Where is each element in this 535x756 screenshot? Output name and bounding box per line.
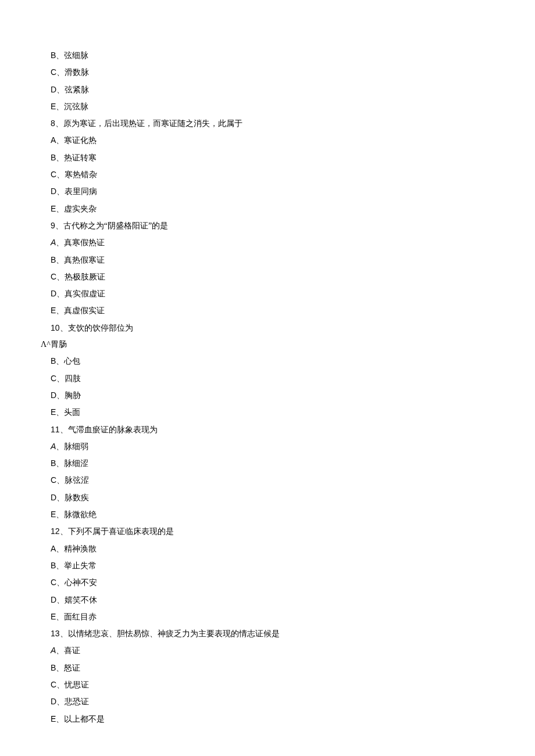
- text-line: C、四肢: [51, 374, 535, 383]
- line-separator: 、: [56, 374, 65, 383]
- line-separator: 、: [56, 459, 64, 468]
- line-prefix: E: [51, 204, 56, 213]
- line-text: 头面: [64, 408, 80, 417]
- line-prefix: B: [51, 561, 56, 570]
- text-line: B、热证转寒: [51, 153, 535, 162]
- line-prefix: C: [51, 680, 56, 689]
- line-separator: 、: [56, 680, 65, 689]
- line-prefix: B: [51, 153, 56, 162]
- line-separator: 、: [56, 715, 64, 723]
- line-text: 脉细涩: [64, 459, 88, 468]
- line-separator: 、: [60, 425, 68, 434]
- line-prefix: 13: [51, 629, 60, 638]
- line-prefix: C: [51, 578, 56, 587]
- line-prefix: C: [51, 475, 56, 485]
- text-line: 13、以情绪悲哀、胆怯易惊、神疲乏力为主要表现的情志证候是: [51, 629, 535, 638]
- line-text: 喜证: [64, 646, 80, 655]
- line-separator: 、: [56, 408, 64, 417]
- text-line: D、嬉笑不休: [51, 596, 535, 604]
- line-text: 悲恐证: [65, 697, 89, 706]
- text-line: A、寒证化热: [51, 136, 535, 145]
- line-separator: 、: [56, 136, 64, 145]
- text-line: D、悲恐证: [51, 697, 535, 706]
- line-text: 真热假寒证: [64, 256, 105, 264]
- text-line: A、脉细弱: [51, 442, 535, 451]
- line-text: 怒证: [64, 664, 80, 672]
- line-text: 脉数疾: [65, 493, 89, 502]
- line-prefix: B: [51, 51, 56, 60]
- line-prefix: A: [51, 135, 56, 145]
- text-line: A、真寒假热证: [51, 238, 535, 247]
- text-line: E、真虚假实证: [51, 306, 535, 315]
- text-line: 8、原为寒证，后出现热证，而寒证随之消失，此属于: [51, 119, 535, 128]
- line-separator: 、: [56, 68, 65, 77]
- line-separator: 、: [56, 561, 64, 570]
- line-text: 四肢: [65, 374, 81, 383]
- line-text: 胸胁: [65, 391, 81, 400]
- line-text: 举止失常: [64, 561, 97, 570]
- line-prefix: 10: [51, 323, 60, 332]
- line-text: 胃肠: [51, 340, 67, 349]
- line-prefix: 12: [51, 526, 60, 536]
- line-text: 真虚假实证: [64, 306, 105, 315]
- line-prefix: C: [51, 67, 56, 77]
- line-prefix: C: [51, 170, 56, 179]
- text-line: E、虚实夹杂: [51, 205, 535, 213]
- line-separator: 、: [56, 612, 64, 621]
- text-line: D、脉数疾: [51, 493, 535, 502]
- line-prefix: E: [51, 407, 56, 417]
- text-line: C、脉弦涩: [51, 476, 535, 485]
- line-prefix: D: [51, 493, 56, 502]
- text-line: C、寒热错杂: [51, 170, 535, 179]
- line-separator: 、: [56, 187, 65, 196]
- line-text: 以情绪悲哀、胆怯易惊、神疲乏力为主要表现的情志证候是: [68, 629, 280, 638]
- text-line: D、弦紧脉: [51, 85, 535, 94]
- line-separator: 、: [56, 256, 64, 264]
- line-prefix: B: [51, 663, 56, 672]
- line-prefix: D: [51, 697, 56, 706]
- line-prefix: B: [51, 255, 56, 264]
- text-line: E、头面: [51, 408, 535, 417]
- line-text: 弦紧脉: [65, 85, 89, 94]
- line-separator: 、: [56, 205, 64, 213]
- text-line: B、举止失常: [51, 561, 535, 570]
- line-text: 真寒假热证: [64, 238, 105, 247]
- line-prefix: E: [51, 510, 56, 519]
- text-line: B、脉细涩: [51, 459, 535, 468]
- line-separator: 、: [56, 664, 64, 672]
- text-line: C、心神不安: [51, 578, 535, 587]
- line-separator: 、: [56, 357, 64, 366]
- line-separator: 、: [56, 153, 64, 162]
- text-line: C、滑数脉: [51, 68, 535, 77]
- line-separator: 、: [56, 289, 65, 298]
- line-separator: 、: [55, 119, 63, 128]
- line-prefix: A: [51, 442, 56, 451]
- text-line: 9、古代称之为“阴盛格阳证”的是: [51, 221, 535, 230]
- line-separator: 、: [56, 646, 64, 655]
- line-text: 精神涣散: [64, 544, 97, 553]
- line-separator: 、: [56, 510, 64, 519]
- line-prefix: B: [51, 458, 56, 468]
- text-line: A、精神涣散: [51, 544, 535, 553]
- line-prefix: E: [51, 102, 56, 111]
- line-text: 气滞血瘀证的脉象表现为: [68, 425, 158, 434]
- line-text: 沉弦脉: [64, 102, 88, 111]
- line-separator: 、: [56, 544, 64, 553]
- line-prefix: D: [51, 85, 56, 94]
- line-prefix: D: [51, 187, 56, 196]
- line-text: 心神不安: [65, 578, 97, 587]
- line-prefix: E: [51, 306, 56, 315]
- line-separator: 、: [56, 697, 65, 706]
- text-line: D、胸胁: [51, 391, 535, 400]
- text-line: Λ^胃肠: [41, 341, 535, 349]
- line-prefix: E: [51, 612, 56, 621]
- line-prefix: D: [51, 390, 56, 400]
- line-prefix: B: [51, 356, 56, 366]
- line-text: 寒证化热: [64, 136, 97, 145]
- line-prefix: E: [51, 714, 56, 723]
- line-separator: 、: [56, 442, 64, 451]
- line-separator: 、: [56, 238, 64, 247]
- text-line: 10、支饮的饮停部位为: [51, 324, 535, 332]
- line-text: 面红目赤: [64, 612, 97, 621]
- text-line: E、沉弦脉: [51, 102, 535, 111]
